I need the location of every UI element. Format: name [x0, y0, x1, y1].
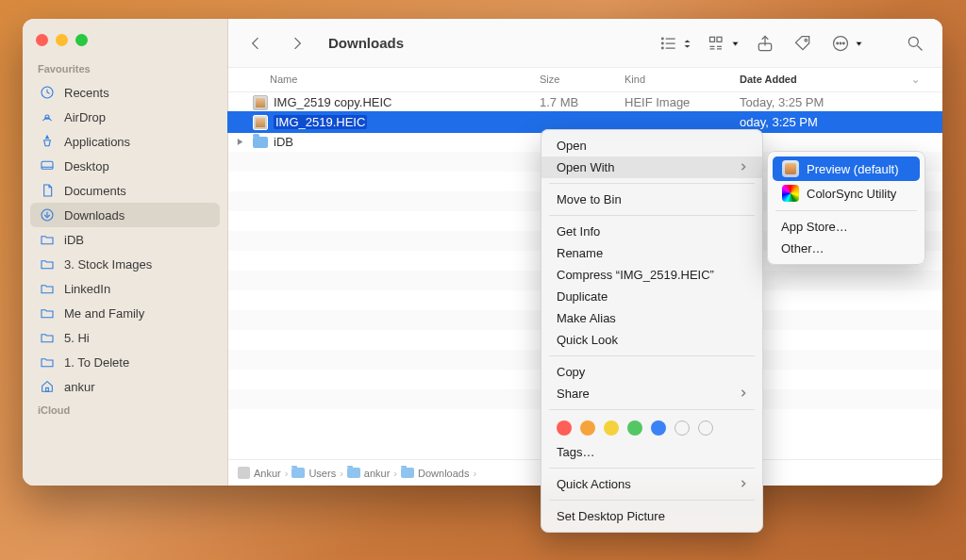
chevron-right-icon: ›: [393, 468, 397, 479]
sidebar-item-label: LinkedIn: [64, 282, 110, 296]
sidebar-section-label: iCloud: [23, 401, 227, 420]
menu-item-duplicate[interactable]: Duplicate: [541, 286, 762, 307]
tag-color-dot[interactable]: [651, 420, 666, 436]
file-row[interactable]: IMG_2519 copy.HEIC1.7 MBHEIF ImageToday,…: [228, 92, 942, 112]
zoom-window-button[interactable]: [75, 34, 88, 46]
file-date: oday, 3:25 PM: [740, 115, 942, 129]
window-title: Downloads: [328, 35, 404, 51]
menu-separator: [775, 210, 917, 211]
tag-color-dot[interactable]: [604, 420, 619, 436]
sidebar-item-label: Downloads: [64, 208, 125, 222]
menu-item-label: Move to Bin: [557, 192, 622, 206]
forward-button[interactable]: [285, 32, 309, 55]
share-button[interactable]: [753, 32, 777, 55]
submenu-item-preview-default-[interactable]: Preview (default): [773, 156, 920, 181]
path-segment[interactable]: ankur: [347, 468, 391, 479]
sidebar-item-applications[interactable]: Applications: [30, 129, 220, 154]
sidebar-item-documents[interactable]: Documents: [30, 178, 220, 203]
chevron-down-icon: [731, 35, 740, 52]
file-size: 1.7 MB: [540, 95, 625, 109]
sidebar-item-me-and-family[interactable]: Me and Family: [30, 301, 220, 325]
sidebar-item-1-to-delete[interactable]: 1. To Delete: [30, 350, 220, 374]
menu-item-label: Copy: [557, 365, 585, 379]
disk-icon: [238, 467, 250, 479]
menu-item-set-desktop-picture[interactable]: Set Desktop Picture: [541, 505, 762, 527]
view-mode-button[interactable]: [657, 32, 691, 55]
menu-item-share[interactable]: Share: [541, 383, 762, 404]
sidebar-item-downloads[interactable]: Downloads: [30, 203, 220, 227]
svg-rect-2: [42, 161, 53, 169]
tag-color-dot[interactable]: [557, 420, 572, 436]
ellipsis-circle-icon: [828, 32, 853, 55]
menu-item-compress-img-2519-heic-[interactable]: Compress “IMG_2519.HEIC”: [541, 264, 762, 286]
svg-point-9: [662, 38, 664, 40]
column-header-kind[interactable]: Kind: [625, 74, 740, 86]
menu-separator: [549, 468, 755, 469]
menu-item-tags-[interactable]: Tags…: [541, 441, 762, 463]
group-icon: [705, 32, 729, 55]
svg-point-23: [843, 42, 845, 44]
sidebar-item-recents[interactable]: Recents: [30, 80, 220, 105]
menu-item-label: Quick Actions: [557, 477, 631, 491]
tag-color-empty[interactable]: [675, 420, 690, 436]
column-header-date[interactable]: Date Added ⌄: [740, 74, 942, 86]
menu-item-quick-look[interactable]: Quick Look: [541, 329, 762, 351]
tags-button[interactable]: [791, 32, 815, 55]
image-file-icon: [253, 115, 268, 130]
menu-item-open-with[interactable]: Open With: [541, 156, 762, 178]
svg-point-21: [837, 42, 839, 44]
tag-color-empty[interactable]: [698, 420, 713, 436]
disclosure-triangle-icon[interactable]: [232, 138, 247, 146]
close-window-button[interactable]: [36, 34, 48, 46]
chevron-right-icon: ›: [285, 468, 289, 479]
menu-item-open[interactable]: Open: [541, 135, 762, 156]
sidebar-item-ankur[interactable]: ankur: [30, 374, 220, 399]
sidebar-item-idb[interactable]: iDB: [30, 227, 220, 252]
apps-icon: [40, 134, 55, 149]
column-header-size[interactable]: Size: [540, 74, 625, 86]
menu-item-make-alias[interactable]: Make Alias: [541, 307, 762, 329]
context-menu: OpenOpen WithMove to BinGet InfoRenameCo…: [541, 129, 763, 533]
column-header-name[interactable]: Name: [228, 74, 540, 86]
sidebar-item-label: 3. Stock Images: [64, 257, 152, 272]
minimize-window-button[interactable]: [56, 34, 68, 46]
folder-icon: [401, 468, 414, 478]
menu-item-quick-actions[interactable]: Quick Actions: [541, 473, 762, 495]
file-name: IMG_2519.HEIC: [274, 115, 367, 129]
path-segment[interactable]: Downloads: [401, 468, 469, 479]
submenu-item-colorsync-utility[interactable]: ColorSync Utility: [773, 181, 920, 206]
desktop-icon: [40, 158, 55, 173]
submenu-item-app-store-[interactable]: App Store…: [768, 216, 924, 238]
sidebar-item-label: Applications: [64, 135, 130, 149]
folder-icon: [40, 330, 55, 345]
menu-separator: [549, 409, 755, 410]
sidebar-item-5-hi[interactable]: 5. Hi: [30, 325, 220, 350]
back-button[interactable]: [243, 32, 268, 55]
airdrop-icon: [40, 109, 55, 124]
menu-item-move-to-bin[interactable]: Move to Bin: [541, 189, 762, 210]
sort-chevron-icon: ⌄: [911, 74, 920, 86]
more-actions-button[interactable]: [828, 32, 863, 55]
submenu-item-other-[interactable]: Other…: [768, 238, 924, 259]
search-button[interactable]: [903, 32, 927, 55]
menu-separator: [549, 183, 755, 184]
menu-item-label: Get Info: [557, 224, 600, 239]
group-by-button[interactable]: [705, 32, 740, 55]
menu-item-rename[interactable]: Rename: [541, 242, 762, 264]
tag-color-row: [541, 415, 762, 441]
chevron-right-icon: [740, 160, 747, 174]
sidebar-item-linkedin[interactable]: LinkedIn: [30, 276, 220, 301]
path-segment[interactable]: Ankur: [238, 467, 281, 479]
folder-icon: [291, 468, 305, 478]
menu-item-copy[interactable]: Copy: [541, 361, 762, 383]
sidebar-item-3-stock-images[interactable]: 3. Stock Images: [30, 252, 220, 276]
menu-item-get-info[interactable]: Get Info: [541, 221, 762, 242]
menu-item-label: Share: [557, 387, 590, 401]
column-headers: Name Size Kind Date Added ⌄: [228, 68, 942, 92]
sidebar-item-airdrop[interactable]: AirDrop: [30, 105, 220, 129]
tag-color-dot[interactable]: [627, 420, 642, 436]
sidebar-item-desktop[interactable]: Desktop: [30, 154, 220, 178]
tag-color-dot[interactable]: [580, 420, 595, 436]
path-segment[interactable]: Users: [291, 468, 336, 479]
sidebar-item-label: Documents: [64, 184, 126, 198]
